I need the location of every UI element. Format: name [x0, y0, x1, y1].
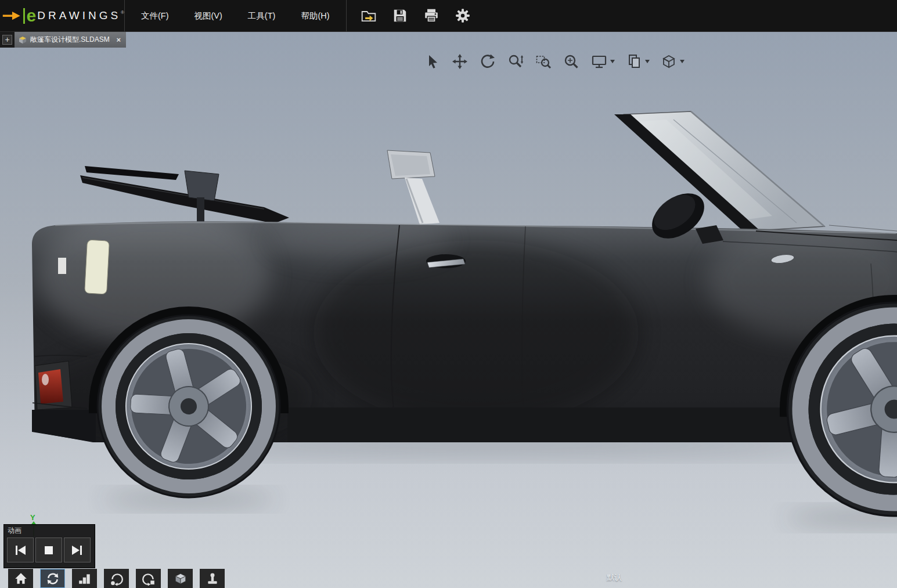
markup-group [625, 52, 650, 70]
zoom-area-button[interactable] [534, 52, 552, 70]
pan-arrows-icon [452, 53, 468, 70]
logo-arrow-icon [2, 6, 21, 25]
components-button[interactable] [168, 569, 193, 588]
tab-close-button[interactable]: × [114, 35, 123, 44]
exploded-steps-button[interactable] [72, 569, 97, 588]
chevron-down-icon [610, 60, 615, 63]
stamp-icon [206, 572, 219, 586]
rotate-tool-button[interactable] [478, 52, 496, 70]
home-button[interactable] [8, 569, 33, 588]
logo-e: e [27, 7, 37, 24]
settings-gear-icon [455, 8, 471, 24]
skip-to-start-icon [12, 542, 29, 558]
rotate-icon [480, 53, 496, 70]
home-icon [14, 572, 28, 586]
quick-toolbar [347, 8, 471, 24]
pan-tool-button[interactable] [451, 52, 469, 70]
view-orientation-group [590, 52, 615, 70]
car-model-render[interactable]: Y [0, 31, 897, 588]
previous-view-button[interactable] [104, 569, 129, 588]
assembly-icon [18, 35, 27, 45]
stop-icon [40, 542, 57, 558]
chevron-down-icon [680, 60, 685, 63]
section-dropdown[interactable] [680, 60, 685, 63]
save-button[interactable] [392, 8, 408, 24]
save-icon [392, 8, 408, 24]
open-file-button[interactable] [361, 8, 377, 24]
app-logo: e DRAWINGS ® [0, 6, 124, 25]
new-tab-cell: + [0, 31, 15, 48]
settings-button[interactable] [455, 8, 471, 24]
menu-view[interactable]: 视图(V) [182, 0, 235, 31]
component-cube-icon [174, 572, 188, 586]
select-tool-button[interactable] [423, 52, 441, 70]
menu-help[interactable]: 帮助(H) [288, 0, 342, 31]
view-orientation-button[interactable] [590, 52, 608, 70]
stop-button[interactable] [35, 538, 62, 562]
select-cursor-icon [424, 54, 440, 69]
new-tab-button[interactable]: + [2, 35, 12, 45]
open-file-icon [361, 8, 377, 24]
bottom-toolbar [8, 569, 225, 588]
document-tab[interactable]: 敞篷车设计模型.SLDASM × [15, 31, 126, 48]
menu-bar: 文件(F) 视图(V) 工具(T) 帮助(H) [124, 0, 347, 31]
section-group [660, 52, 685, 70]
section-button[interactable] [660, 52, 678, 70]
logo-registered-mark: ® [121, 10, 124, 15]
zoom-dynamic-icon [507, 53, 524, 70]
orbit-arrow-circle-icon [110, 572, 124, 586]
animation-panel-title: 动画 [4, 525, 95, 538]
zoom-dynamic-button[interactable] [506, 52, 524, 70]
mass-properties-button[interactable] [200, 569, 225, 588]
logo-name: DRAWINGS [37, 9, 121, 22]
view-orientation-dropdown[interactable] [610, 60, 615, 63]
go-to-start-button[interactable] [7, 538, 34, 562]
skip-to-end-icon [69, 542, 86, 558]
print-icon [423, 8, 440, 24]
zoom-fit-button[interactable] [562, 52, 580, 70]
logo-bar [23, 8, 24, 24]
zoom-fit-icon [563, 53, 579, 70]
next-view-button[interactable] [136, 569, 161, 588]
configuration-status: 默认 [607, 572, 622, 583]
menu-file[interactable]: 文件(F) [128, 0, 182, 31]
markup-button[interactable] [625, 52, 643, 70]
axis-y-label: Y [30, 513, 35, 522]
view-toolbar [423, 52, 685, 70]
monitor-icon [591, 53, 607, 70]
pages-icon [626, 53, 642, 70]
tab-title: 敞篷车设计模型.SLDASM [30, 35, 111, 45]
chevron-down-icon [645, 60, 650, 63]
tab-bar: + 敞篷车设计模型.SLDASM × [0, 31, 126, 48]
animation-panel: 动画 [3, 524, 95, 568]
menu-tools[interactable]: 工具(T) [235, 0, 289, 31]
markup-dropdown[interactable] [645, 60, 650, 63]
orbit-arrow-square-icon [142, 572, 156, 586]
go-to-end-button[interactable] [64, 538, 91, 562]
section-cube-icon [661, 53, 677, 70]
animation-controls [4, 538, 95, 562]
print-button[interactable] [423, 8, 440, 24]
reset-loop-icon [46, 572, 60, 586]
model-viewport[interactable]: Y [0, 31, 897, 588]
steps-icon [78, 572, 92, 586]
reset-button[interactable] [40, 569, 65, 588]
zoom-area-icon [535, 53, 552, 70]
title-bar: e DRAWINGS ® 文件(F) 视图(V) 工具(T) 帮助(H) [0, 0, 897, 32]
